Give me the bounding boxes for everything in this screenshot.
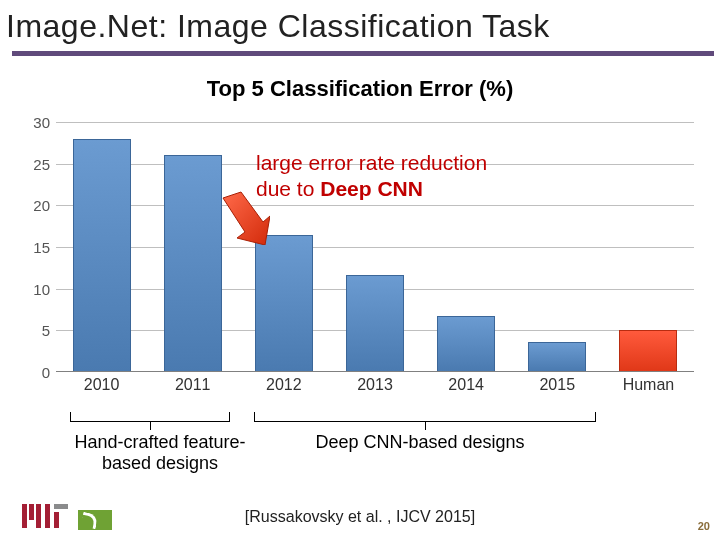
slide: Image.​Net: Image Classification Task To… bbox=[0, 0, 720, 540]
bar bbox=[255, 235, 313, 372]
bar-slot bbox=[147, 122, 238, 372]
bracket-label-left: Hand-crafted feature-based designs bbox=[50, 432, 270, 474]
arrow-icon bbox=[215, 190, 270, 245]
svg-rect-5 bbox=[54, 512, 59, 528]
bar-slot bbox=[56, 122, 147, 372]
y-tick-label: 30 bbox=[22, 114, 50, 131]
nvidia-logo-icon bbox=[78, 510, 112, 530]
svg-marker-0 bbox=[223, 192, 270, 245]
x-tick-label: 2010 bbox=[56, 376, 147, 394]
bar-slot bbox=[512, 122, 603, 372]
bar bbox=[528, 342, 586, 372]
y-tick-label: 5 bbox=[22, 322, 50, 339]
bar bbox=[164, 155, 222, 372]
annotation-text: large error rate reduction due to Deep C… bbox=[256, 150, 487, 203]
y-tick-label: 25 bbox=[22, 155, 50, 172]
bar bbox=[73, 139, 131, 372]
svg-rect-6 bbox=[54, 504, 68, 509]
y-tick-label: 15 bbox=[22, 239, 50, 256]
bracket-handcrafted bbox=[70, 412, 230, 428]
x-axis bbox=[56, 371, 694, 372]
bar-slot bbox=[603, 122, 694, 372]
bracket-deepcnn bbox=[254, 412, 596, 428]
x-tick-label: 2014 bbox=[421, 376, 512, 394]
y-tick-label: 20 bbox=[22, 197, 50, 214]
svg-rect-1 bbox=[22, 504, 27, 528]
svg-rect-3 bbox=[36, 504, 41, 528]
y-tick-label: 10 bbox=[22, 280, 50, 297]
bar bbox=[437, 316, 495, 372]
x-tick-label: 2012 bbox=[238, 376, 329, 394]
svg-rect-2 bbox=[29, 504, 34, 520]
page-number: 20 bbox=[698, 520, 710, 532]
title-underline bbox=[12, 51, 714, 56]
x-tick-label: Human bbox=[603, 376, 694, 394]
x-tick-label: 2011 bbox=[147, 376, 238, 394]
mit-logo-icon bbox=[22, 504, 70, 532]
bar bbox=[346, 275, 404, 373]
y-tick-label: 0 bbox=[22, 364, 50, 381]
x-tick-labels: 201020112012201320142015Human bbox=[56, 376, 694, 394]
x-tick-label: 2015 bbox=[512, 376, 603, 394]
bar bbox=[619, 330, 677, 373]
annotation-line1: large error rate reduction bbox=[256, 151, 487, 174]
bracket-label-right: Deep CNN-based designs bbox=[280, 432, 560, 453]
x-tick-label: 2013 bbox=[329, 376, 420, 394]
annotation-line2b: Deep CNN bbox=[320, 177, 423, 200]
chart-title: Top 5 Classification Error (%) bbox=[0, 76, 720, 102]
slide-title: Image.​Net: Image Classification Task bbox=[6, 8, 720, 45]
title-area: Image.​Net: Image Classification Task bbox=[0, 0, 720, 56]
svg-rect-4 bbox=[45, 504, 50, 528]
